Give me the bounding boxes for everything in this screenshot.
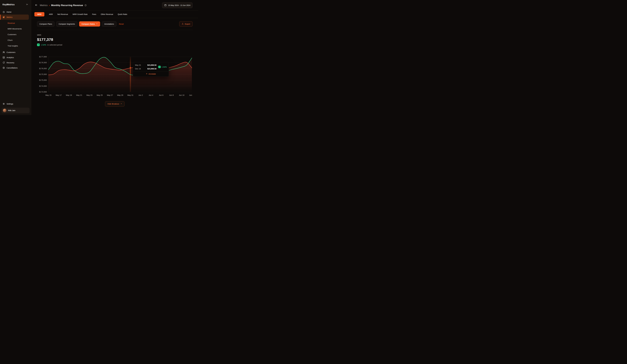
metric-tabs: MRR ARR Net Revenue MRR Growth Rate Fees… <box>31 11 198 18</box>
sidebar-item-label: Cancellations <box>6 67 18 69</box>
sidebar-item-metrics[interactable]: Metrics <box>0 14 29 20</box>
svg-text:May 29: May 29 <box>117 94 123 96</box>
main-area: Metrics › Monthly Recurring Revenue 15 M… <box>31 0 198 115</box>
sidebar-subitem-mrr-movements[interactable]: MRR Movements <box>0 26 31 32</box>
export-icon <box>182 23 184 25</box>
sidebar-subitem-revenue[interactable]: Revenue <box>0 20 31 26</box>
chart-tooltip: May 31 $23,998.50 Dec 16 $23,998.50 1.54… <box>133 62 169 77</box>
breadcrumb[interactable]: Metrics <box>40 4 48 7</box>
svg-text:Jun 12: Jun 12 <box>189 94 193 96</box>
chevron-up-icon <box>120 103 122 105</box>
annotations-button[interactable]: Annotations <box>102 21 116 27</box>
tooltip-row: Dec 16 $23,998.50 <box>135 68 157 70</box>
content: Compare Plans Compare Segments Compare D… <box>31 18 198 115</box>
metric-label: MRR <box>37 34 193 36</box>
svg-text:$174,000: $174,000 <box>39 85 47 87</box>
svg-text:Jun 4: Jun 4 <box>149 94 153 96</box>
sidebar-header: KeyMetrics <box>0 2 31 7</box>
tab-mrr[interactable]: MRR <box>34 12 44 16</box>
app-logo: KeyMetrics <box>2 3 14 6</box>
svg-text:May 25: May 25 <box>97 94 103 96</box>
tab-quick-ratio[interactable]: Quick Ratio <box>118 12 127 16</box>
sidebar-item-home[interactable]: Home <box>0 9 31 14</box>
toolbar: Compare Plans Compare Segments Compare D… <box>37 21 193 27</box>
sidebar-item-customers[interactable]: Customers <box>0 50 31 55</box>
tab-other-revenue[interactable]: Other Revenue <box>101 12 113 16</box>
hide-breakout-button[interactable]: Hide Breakout <box>105 101 124 106</box>
metrics-subnav: Revenue MRR Movements Customers Churn Tr… <box>0 20 31 49</box>
metric-summary: MRR $177,378 1.54% in selected period <box>37 34 193 46</box>
sidebar-item-label: Settings <box>6 103 13 105</box>
sidebar-subitem-churn[interactable]: Churn <box>0 37 31 43</box>
mrr-chart-svg[interactable]: $177,000$176,500$176,000$175,500$175,000… <box>37 55 193 98</box>
svg-text:$175,000: $175,000 <box>39 79 47 81</box>
sidebar-item-cancellations[interactable]: Cancellations <box>0 65 31 70</box>
metric-value: $177,378 <box>37 37 193 42</box>
svg-text:Jun 8: Jun 8 <box>169 94 174 96</box>
svg-text:May 23: May 23 <box>87 94 93 96</box>
sidebar-item-settings[interactable]: Settings <box>0 101 31 106</box>
compare-plans-button[interactable]: Compare Plans <box>37 21 54 27</box>
reset-button[interactable]: Reset <box>119 23 124 25</box>
back-arrow-icon <box>35 4 38 7</box>
svg-text:$176,000: $176,000 <box>39 67 47 69</box>
recovery-icon <box>2 61 5 64</box>
sidebar-subitem-trial-insights[interactable]: Trial Insights <box>0 43 31 49</box>
back-button[interactable] <box>34 3 38 7</box>
tooltip-date: Dec 16 <box>135 68 141 70</box>
sidebar-item-analytics[interactable]: Analytics <box>0 55 31 60</box>
svg-text:$175,500: $175,500 <box>39 73 47 75</box>
tab-fees[interactable]: Fees <box>92 12 96 16</box>
compare-segments-button[interactable]: Compare Segments <box>56 21 77 27</box>
calendar-icon <box>164 4 167 6</box>
sidebar-item-label: Home <box>6 11 11 13</box>
gear-icon <box>2 103 5 105</box>
svg-text:Jun 10: Jun 10 <box>179 94 184 96</box>
sidebar-subitem-customers[interactable]: Customers <box>0 32 31 37</box>
trend-up-icon <box>158 66 161 68</box>
svg-text:$176,500: $176,500 <box>39 61 47 64</box>
collapse-sidebar-icon <box>26 3 28 6</box>
compare-dates-button[interactable]: Compare Dates <box>79 21 100 27</box>
mrr-chart: $177,000$176,500$176,000$175,500$175,000… <box>37 55 193 98</box>
svg-text:May 21: May 21 <box>76 94 82 96</box>
sidebar-item-label: Recovery <box>6 62 14 64</box>
sidebar-item-label: Customers <box>6 51 15 53</box>
svg-text:May 15: May 15 <box>45 94 52 96</box>
sidebar-collapse-button[interactable] <box>26 3 29 6</box>
sidebar-item-label: Analytics <box>6 56 14 58</box>
pie-chart-icon <box>2 16 5 18</box>
tab-arr[interactable]: ARR <box>49 12 53 16</box>
bar-chart-icon <box>2 56 5 59</box>
svg-text:$173,500: $173,500 <box>39 91 47 93</box>
svg-text:May 19: May 19 <box>66 94 72 96</box>
export-button[interactable]: Export <box>179 21 193 27</box>
svg-text:Jun 6: Jun 6 <box>159 94 163 96</box>
chevron-up-icon <box>96 23 98 25</box>
sidebar-item-recovery[interactable]: Recovery <box>0 60 31 65</box>
sidebar-item-label: Metrics <box>6 16 12 18</box>
home-icon <box>2 11 5 13</box>
tooltip-change-percent: 1.54% <box>161 66 167 68</box>
user-name: Ritik Jain <box>8 109 15 111</box>
tooltip-value: $23,998.50 <box>147 68 157 70</box>
date-range-picker[interactable]: 15 May 2024 - 13 Jun 2024 <box>162 2 193 8</box>
svg-text:May 17: May 17 <box>56 94 62 96</box>
tab-mrr-growth-rate[interactable]: MRR Growth Rate <box>73 12 88 16</box>
user-profile-button[interactable]: Ritik Jain <box>1 108 30 113</box>
tooltip-date: May 31 <box>135 64 141 66</box>
svg-text:Jun 2: Jun 2 <box>138 94 143 96</box>
sidebar-nav: Home Metrics Revenue MRR Movements Custo… <box>0 9 31 70</box>
annotate-button[interactable]: Annotate <box>135 72 167 75</box>
tooltip-row: May 31 $23,998.50 <box>135 64 157 66</box>
avatar <box>3 108 6 112</box>
trend-up-icon <box>37 44 40 46</box>
svg-text:$177,000: $177,000 <box>39 56 47 58</box>
info-icon[interactable] <box>84 4 87 6</box>
date-range-label: 15 May 2024 - 13 Jun 2024 <box>168 4 190 6</box>
users-icon <box>2 51 5 53</box>
change-note: in selected period <box>48 44 62 46</box>
change-percent: 1.54% <box>41 44 46 46</box>
tab-net-revenue[interactable]: Net Revenue <box>57 12 68 16</box>
x-circle-icon <box>2 67 5 69</box>
